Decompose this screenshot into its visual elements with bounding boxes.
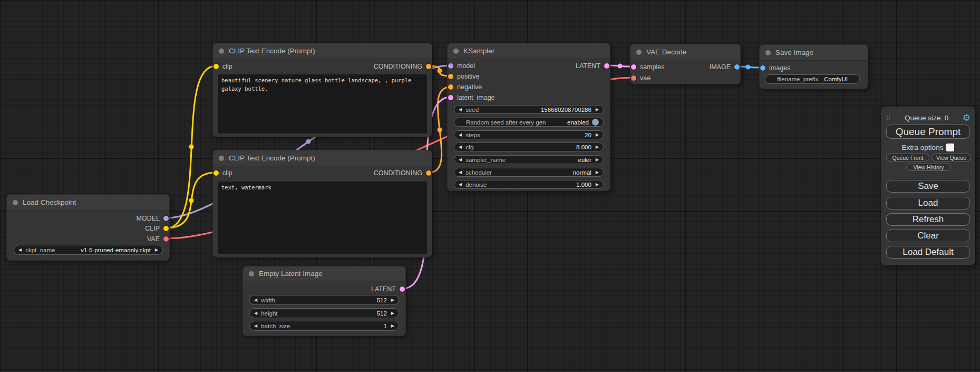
decrement-arrow-icon[interactable]: ◀	[254, 324, 257, 328]
collapse-dot-icon[interactable]	[453, 49, 459, 54]
collapse-dot-icon[interactable]	[219, 156, 224, 161]
decrement-arrow-icon[interactable]: ◀	[254, 311, 257, 316]
increment-arrow-icon[interactable]: ▶	[596, 183, 599, 187]
node-title: Empty Latent Image	[259, 270, 323, 278]
increment-arrow-icon[interactable]: ▶	[596, 133, 599, 137]
node-title-bar[interactable]: VAE Decode	[630, 44, 740, 60]
seed-widget[interactable]: ◀ seed 156680208700286 ▶	[454, 105, 604, 114]
save-button[interactable]: Save	[886, 180, 970, 193]
positive-input-slot[interactable]	[448, 74, 453, 79]
batch-size-widget[interactable]: ◀ batch_size 1 ▶	[249, 321, 399, 331]
widget-value: normal	[573, 169, 591, 176]
negative-input-slot[interactable]	[448, 84, 453, 90]
queue-prompt-button[interactable]: Queue Prompt	[886, 125, 970, 139]
ckpt-name-widget[interactable]: ◀ ckpt_name v1-5-pruned-emaonly.ckpt ▶	[14, 245, 163, 255]
increment-arrow-icon[interactable]: ▶	[391, 324, 394, 328]
increment-arrow-icon[interactable]: ▶	[596, 108, 599, 112]
input-label: vae	[640, 74, 651, 82]
latent-output-slot[interactable]	[400, 287, 405, 292]
node-title-bar[interactable]: CLIP Text Encode (Prompt)	[213, 150, 432, 166]
queue-front-button[interactable]: Queue Front	[886, 154, 929, 161]
view-history-button[interactable]: View History	[906, 164, 951, 171]
collapse-dot-icon[interactable]	[765, 50, 771, 55]
model-input-slot[interactable]	[448, 63, 453, 69]
decrement-arrow-icon[interactable]: ◀	[459, 170, 462, 175]
toggle-on-dot-icon[interactable]	[592, 119, 599, 126]
decrement-arrow-icon[interactable]: ◀	[459, 158, 462, 162]
widget-label: scheduler	[465, 169, 492, 176]
node-save-image[interactable]: Save Image images filename_prefix ComfyU…	[759, 44, 868, 89]
widget-label: Random seed after every gen	[466, 119, 546, 126]
drag-handle-icon[interactable]: ⠿	[886, 115, 891, 121]
node-title: KSampler	[463, 47, 494, 55]
denoise-widget[interactable]: ◀ denoise 1.000 ▶	[454, 180, 604, 189]
decrement-arrow-icon[interactable]: ◀	[459, 133, 462, 137]
decrement-arrow-icon[interactable]: ◀	[459, 108, 462, 112]
node-title: Load Checkpoint	[23, 198, 76, 206]
decrement-arrow-icon[interactable]: ◀	[459, 145, 462, 149]
node-title-bar[interactable]: Save Image	[760, 45, 868, 61]
view-queue-button[interactable]: View Queue	[932, 154, 971, 161]
extra-options-checkbox[interactable]	[946, 144, 954, 151]
node-title-bar[interactable]: CLIP Text Encode (Prompt)	[213, 43, 432, 59]
height-widget[interactable]: ◀ height 512 ▶	[249, 308, 399, 318]
input-label: samples	[640, 63, 665, 71]
vae-output-slot[interactable]	[163, 236, 169, 242]
increment-arrow-icon[interactable]: ▶	[596, 158, 599, 162]
model-output-slot[interactable]	[163, 216, 169, 221]
vae-input-slot[interactable]	[631, 75, 636, 81]
latent-output-slot[interactable]	[604, 63, 609, 69]
increment-arrow-icon[interactable]: ▶	[155, 248, 158, 252]
decrement-arrow-icon[interactable]: ◀	[18, 248, 22, 252]
increment-arrow-icon[interactable]: ▶	[596, 170, 599, 175]
node-title-bar[interactable]: Empty Latent Image	[243, 266, 405, 281]
conditioning-output-slot[interactable]	[426, 170, 431, 176]
menu-header: ⠿ Queue size: 0 ⚙	[886, 112, 971, 123]
load-button[interactable]: Load	[886, 197, 970, 209]
output-label: CONDITIONING	[374, 63, 422, 70]
cfg-widget[interactable]: ◀ cfg 8.000 ▶	[454, 142, 604, 151]
scheduler-widget[interactable]: ◀ scheduler normal ▶	[454, 168, 604, 177]
refresh-button[interactable]: Refresh	[886, 213, 970, 226]
increment-arrow-icon[interactable]: ▶	[596, 145, 599, 149]
node-load-checkpoint[interactable]: Load Checkpoint MODEL CLIP VAE ◀ ckpt_na…	[6, 194, 170, 261]
clip-input-slot[interactable]	[214, 64, 219, 69]
random-seed-toggle-widget[interactable]: Random seed after every gen enabled	[454, 118, 604, 127]
queue-size-label: Queue size: 0	[891, 114, 963, 122]
prompt-textarea[interactable]: text, watermark	[218, 182, 427, 254]
decrement-arrow-icon[interactable]: ◀	[254, 298, 257, 302]
collapse-dot-icon[interactable]	[636, 50, 642, 55]
filename-prefix-widget[interactable]: filename_prefix ComfyUI	[765, 74, 860, 84]
decrement-arrow-icon[interactable]: ◀	[459, 183, 462, 187]
collapse-dot-icon[interactable]	[13, 200, 18, 205]
extra-options-row: Extra options	[881, 143, 975, 152]
link-midpoint-dot	[306, 139, 311, 144]
slot-row: vae	[630, 73, 740, 83]
node-vae-decode[interactable]: VAE Decode samples IMAGE vae	[630, 44, 741, 84]
load-default-button[interactable]: Load Default	[886, 246, 970, 259]
clip-input-slot[interactable]	[214, 170, 219, 176]
node-clip-text-encode-positive[interactable]: CLIP Text Encode (Prompt) clip CONDITION…	[212, 43, 432, 137]
gear-icon[interactable]: ⚙	[963, 113, 971, 122]
samples-input-slot[interactable]	[631, 64, 636, 70]
node-empty-latent-image[interactable]: Empty Latent Image LATENT ◀ width 512 ▶ …	[242, 266, 406, 336]
collapse-dot-icon[interactable]	[219, 49, 224, 54]
sampler-name-widget[interactable]: ◀ sampler_name euler ▶	[454, 155, 604, 164]
image-output-slot[interactable]	[734, 64, 740, 70]
node-title-bar[interactable]: Load Checkpoint	[7, 195, 169, 211]
node-clip-text-encode-negative[interactable]: CLIP Text Encode (Prompt) clip CONDITION…	[212, 150, 432, 257]
steps-widget[interactable]: ◀ steps 20 ▶	[454, 130, 604, 139]
node-title-bar[interactable]: KSampler	[448, 43, 610, 59]
node-ksampler[interactable]: KSampler model LATENT positive negative …	[447, 43, 610, 191]
conditioning-output-slot[interactable]	[426, 64, 431, 69]
latent-image-input-slot[interactable]	[448, 95, 453, 100]
increment-arrow-icon[interactable]: ▶	[391, 298, 394, 302]
images-input-slot[interactable]	[760, 65, 765, 71]
collapse-dot-icon[interactable]	[249, 271, 254, 276]
clip-output-slot[interactable]	[163, 226, 169, 231]
clear-button[interactable]: Clear	[886, 230, 970, 242]
widget-value: 1.000	[576, 182, 591, 188]
increment-arrow-icon[interactable]: ▶	[391, 311, 394, 316]
width-widget[interactable]: ◀ width 512 ▶	[249, 295, 399, 305]
prompt-textarea[interactable]: beautiful scenery nature glass bottle la…	[218, 74, 427, 133]
